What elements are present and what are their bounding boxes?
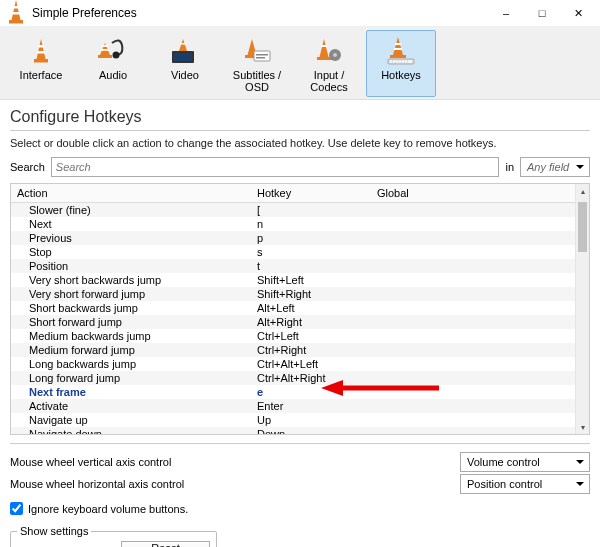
tab-label: Audio	[79, 69, 147, 81]
cell-action: Navigate down	[17, 427, 257, 434]
dropdown-value: Any field	[527, 161, 569, 173]
svg-rect-30	[390, 55, 406, 58]
tab-video[interactable]: Video	[150, 30, 220, 97]
window-maximize-button[interactable]: □	[524, 0, 560, 26]
search-row: Search in Any field	[10, 157, 590, 177]
svg-rect-28	[395, 43, 401, 45]
tab-label: Video	[151, 69, 219, 81]
subtitles-icon	[223, 35, 291, 67]
cell-hotkey: Alt+Right	[257, 315, 377, 329]
svg-rect-1	[13, 6, 19, 9]
table-row[interactable]: Medium backwards jumpCtrl+Left	[11, 329, 575, 343]
cell-hotkey: Ctrl+Alt+Right	[257, 371, 377, 385]
page-title: Configure Hotkeys	[10, 108, 590, 126]
scroll-thumb[interactable]	[578, 202, 587, 252]
scroll-down-icon[interactable]: ▾	[576, 420, 589, 434]
cell-action: Stop	[17, 245, 257, 259]
tab-input-codecs[interactable]: Input / Codecs	[294, 30, 364, 97]
table-row[interactable]: Next framee	[11, 385, 575, 399]
cell-action: Medium backwards jump	[17, 329, 257, 343]
cell-action: Medium forward jump	[17, 343, 257, 357]
table-row[interactable]: Short backwards jumpAlt+Left	[11, 301, 575, 315]
cell-global	[377, 371, 569, 385]
dropdown-value: Position control	[467, 478, 542, 490]
table-row[interactable]: Positiont	[11, 259, 575, 273]
tab-hotkeys[interactable]: Hotkeys	[366, 30, 436, 97]
wheel-vertical-dropdown[interactable]: Volume control	[460, 452, 590, 472]
category-tabs: Interface Audio Video	[0, 26, 600, 100]
codecs-icon	[295, 35, 363, 67]
svg-marker-22	[320, 39, 329, 57]
table-row[interactable]: Nextn	[11, 217, 575, 231]
search-input[interactable]	[51, 157, 500, 177]
table-row[interactable]: Short forward jumpAlt+Right	[11, 315, 575, 329]
cell-action: Next frame	[17, 385, 257, 399]
svg-point-12	[113, 52, 120, 59]
vlc-cone-icon	[6, 0, 26, 28]
cell-action: Long forward jump	[17, 371, 257, 385]
tab-label: Hotkeys	[367, 69, 435, 81]
table-row[interactable]: Previousp	[11, 231, 575, 245]
audio-icon	[79, 35, 147, 67]
window-close-button[interactable]: ✕	[560, 0, 596, 26]
svg-rect-23	[321, 45, 327, 47]
table-row[interactable]: Slower (fine)[	[11, 203, 575, 217]
cell-action: Navigate up	[17, 413, 257, 427]
table-row[interactable]: Navigate downDown	[11, 427, 575, 434]
cell-global	[377, 245, 569, 259]
table-row[interactable]: Medium forward jumpCtrl+Right	[11, 343, 575, 357]
interface-icon	[7, 35, 75, 67]
svg-rect-32	[390, 61, 392, 63]
svg-rect-21	[256, 57, 265, 59]
hotkey-table: Action Hotkey Global Slower (fine)[Nextn…	[10, 183, 590, 435]
col-action[interactable]: Action	[17, 187, 257, 199]
tab-audio[interactable]: Audio	[78, 30, 148, 97]
table-row[interactable]: Long forward jumpCtrl+Alt+Right	[11, 371, 575, 385]
search-field-dropdown[interactable]: Any field	[520, 157, 590, 177]
svg-rect-29	[394, 48, 402, 50]
svg-rect-10	[101, 49, 109, 51]
hint-text: Select or double click an action to chan…	[10, 137, 590, 149]
svg-rect-7	[34, 59, 48, 63]
table-row[interactable]: Very short forward jumpShift+Right	[11, 287, 575, 301]
title-bar: Simple Preferences – □ ✕	[0, 0, 600, 26]
tab-label: Input / Codecs	[295, 69, 363, 93]
table-row[interactable]: ActivateEnter	[11, 399, 575, 413]
cell-global	[377, 301, 569, 315]
col-hotkey[interactable]: Hotkey	[257, 187, 377, 199]
cell-action: Short forward jump	[17, 315, 257, 329]
table-row[interactable]: Long backwards jumpCtrl+Alt+Left	[11, 357, 575, 371]
wheel-vertical-label: Mouse wheel vertical axis control	[10, 456, 171, 468]
svg-rect-14	[174, 53, 192, 61]
window-title: Simple Preferences	[32, 6, 137, 20]
table-row[interactable]: Navigate upUp	[11, 413, 575, 427]
tab-interface[interactable]: Interface	[6, 30, 76, 97]
table-row[interactable]: Very short backwards jumpShift+Left	[11, 273, 575, 287]
cell-hotkey: Up	[257, 413, 377, 427]
ignore-kb-volume-checkbox[interactable]	[10, 502, 23, 515]
cell-action: Previous	[17, 231, 257, 245]
svg-marker-4	[37, 39, 46, 59]
svg-point-26	[333, 53, 337, 57]
col-global[interactable]: Global	[377, 187, 569, 199]
table-row[interactable]: Stops	[11, 245, 575, 259]
svg-marker-27	[393, 37, 403, 55]
cell-global	[377, 385, 569, 399]
svg-rect-24	[317, 57, 331, 60]
cell-global	[377, 273, 569, 287]
svg-marker-15	[179, 39, 187, 51]
svg-rect-11	[98, 55, 112, 58]
reset-preferences-button[interactable]: Reset Preferences	[121, 541, 210, 547]
scroll-up-icon[interactable]: ▴	[576, 184, 589, 198]
cell-hotkey: n	[257, 217, 377, 231]
cell-hotkey: p	[257, 231, 377, 245]
cell-hotkey: Down	[257, 427, 377, 434]
cell-hotkey: Alt+Left	[257, 301, 377, 315]
window-minimize-button[interactable]: –	[488, 0, 524, 26]
cell-global	[377, 413, 569, 427]
cell-hotkey: Shift+Right	[257, 287, 377, 301]
wheel-horizontal-dropdown[interactable]: Position control	[460, 474, 590, 494]
tab-subtitles[interactable]: Subtitles / OSD	[222, 30, 292, 97]
cell-global	[377, 203, 569, 217]
scrollbar[interactable]: ▴ ▾	[575, 184, 589, 434]
